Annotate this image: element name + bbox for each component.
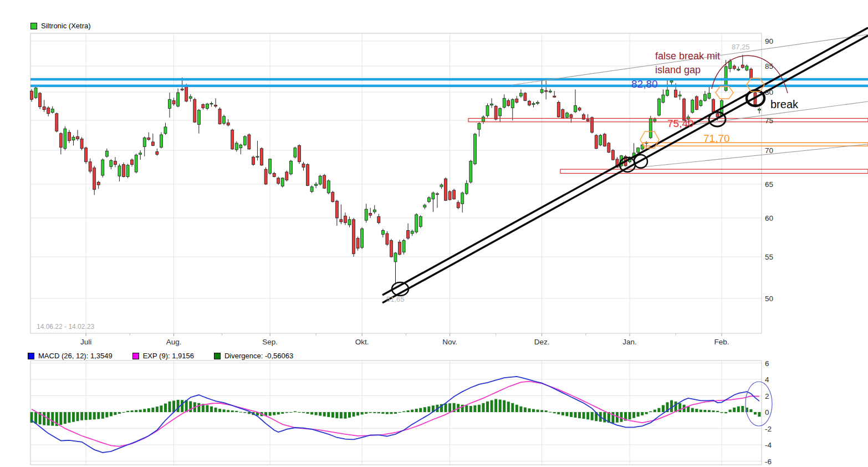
- macd-legend-item: MACD (26, 12): 1,3549: [28, 352, 113, 360]
- price-tick-label: 65: [765, 180, 773, 189]
- exp-legend-item: EXP (9): 1,9156: [132, 352, 194, 360]
- price-tick-label: 70: [765, 146, 773, 155]
- exp-value-label: EXP (9): 1,9156: [143, 352, 194, 360]
- price-tick-label: 80: [765, 88, 773, 97]
- macd-value-label: MACD (26, 12): 1,3549: [38, 352, 113, 360]
- month-label: Nov.: [442, 338, 457, 346]
- exp-color-swatch: [132, 353, 139, 359]
- month-label: Okt.: [355, 338, 369, 346]
- price-tick-label: 60: [765, 214, 773, 222]
- main-legend: Siltronic (Xetra): [30, 22, 91, 30]
- macd-tick-label: 6: [765, 359, 769, 368]
- support-resistance-levels: [30, 79, 868, 174]
- divergence-color-swatch: [214, 353, 221, 359]
- high-price-marker: 87,25: [732, 43, 750, 51]
- month-label: Dez.: [534, 338, 550, 346]
- low-price-marker: 51,65: [386, 295, 405, 303]
- macd-panel: [30, 377, 773, 453]
- divergence-legend-item: Divergence: -0,56063: [214, 352, 293, 360]
- resistance-price-label: 82,80: [631, 78, 658, 90]
- break-annotation: break: [770, 98, 798, 111]
- price-tick-label: 50: [765, 295, 773, 303]
- macd-tick-label: 0: [765, 408, 769, 417]
- chart-page: 9085807570656055506420-2-4-6JuliAug.Sep.…: [0, 0, 868, 467]
- price-tick-label: 85: [765, 62, 773, 70]
- macd-tick-label: -2: [765, 425, 772, 433]
- series-title: Siltronic (Xetra): [41, 22, 91, 30]
- date-range-label: 14.06.22 - 14.02.23: [37, 323, 94, 331]
- axis-labels: 9085807570656055506420-2-4-6JuliAug.Sep.…: [80, 37, 773, 466]
- month-label: Juli: [80, 338, 91, 346]
- macd-tick-label: -4: [765, 441, 772, 449]
- macd-color-swatch: [28, 353, 34, 359]
- series-color-swatch: [30, 23, 37, 29]
- gridlines: [30, 33, 762, 465]
- price-tick-label: 55: [765, 253, 773, 261]
- macd-tick-label: 4: [765, 375, 769, 384]
- price-tick-label: 90: [765, 37, 773, 45]
- macd-tick-label: -6: [765, 458, 772, 466]
- month-label: Feb.: [714, 338, 729, 346]
- month-label: Aug.: [166, 338, 182, 346]
- divergence-value-label: Divergence: -0,56063: [224, 352, 293, 360]
- macd-tick-label: 2: [765, 392, 769, 400]
- month-label: Sep.: [262, 338, 278, 346]
- false-break-annotation: false break mit island gap: [655, 49, 738, 77]
- price-tick-label: 75: [765, 116, 773, 125]
- annotation-shapes: [392, 55, 788, 296]
- macd-legend: MACD (26, 12): 1,3549 EXP (9): 1,9156 Di…: [28, 352, 313, 360]
- orange-price-label: 71,70: [703, 133, 730, 145]
- month-label: Jan.: [622, 338, 637, 346]
- support-price-label: 75,40: [667, 118, 694, 130]
